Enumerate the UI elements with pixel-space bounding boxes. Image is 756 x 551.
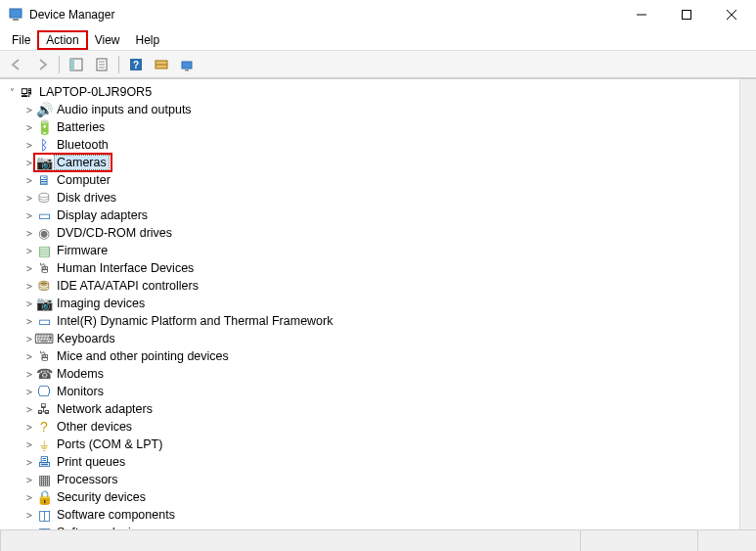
- svg-rect-3: [683, 11, 691, 20]
- tree-category[interactable]: >🖱Human Interface Devices: [0, 259, 739, 277]
- hid-icon: 🖱: [35, 260, 53, 276]
- tree-category[interactable]: >🔒Security devices: [0, 488, 739, 506]
- expand-icon[interactable]: >: [23, 140, 35, 151]
- tree-category[interactable]: >📷Imaging devices: [0, 295, 739, 312]
- vertical-scrollbar[interactable]: [739, 79, 756, 529]
- disp-icon: ▭: [35, 207, 53, 223]
- tree-category[interactable]: >🖱Mice and other pointing devices: [0, 347, 739, 365]
- menubar: File Action View Help: [0, 29, 756, 51]
- scan-hardware-button[interactable]: [151, 54, 172, 75]
- category-label: Software components: [55, 508, 177, 522]
- properties-button[interactable]: [91, 54, 112, 75]
- menu-view[interactable]: View: [87, 31, 128, 49]
- category-label: Display adapters: [55, 208, 150, 222]
- category-label: Print queues: [55, 455, 127, 469]
- svg-rect-1: [13, 19, 19, 21]
- device-tree[interactable]: ˅ 🖳 LAPTOP-0LJR9OR5 >🔊Audio inputs and o…: [0, 79, 739, 529]
- dvd-icon: ◉: [35, 225, 53, 241]
- tree-category[interactable]: >◉DVD/CD-ROM drives: [0, 224, 739, 242]
- expand-icon[interactable]: >: [23, 369, 35, 380]
- cam-icon: 📷: [35, 155, 53, 170]
- tree-category[interactable]: >⏚Ports (COM & LPT): [0, 436, 739, 453]
- close-button[interactable]: [709, 0, 754, 29]
- mon-icon: 🖵: [35, 384, 53, 399]
- speaker-icon: 🔊: [35, 102, 53, 117]
- category-label: Cameras: [55, 156, 109, 169]
- category-label: Monitors: [55, 385, 106, 398]
- status-pane-1: [0, 530, 580, 551]
- show-hide-console-tree-button[interactable]: [66, 54, 87, 75]
- tree-category[interactable]: >?Other devices: [0, 418, 739, 436]
- other-icon: ?: [35, 419, 53, 435]
- category-label: Audio inputs and outputs: [55, 103, 194, 116]
- help-button[interactable]: ?: [125, 54, 147, 75]
- toolbar: ?: [0, 51, 756, 78]
- tree-category[interactable]: >🖵Monitors: [0, 383, 739, 400]
- tree-category[interactable]: >▤Firmware: [0, 242, 739, 259]
- tree-category[interactable]: >🖶Print queues: [0, 453, 739, 471]
- collapse-icon[interactable]: ˅: [6, 87, 18, 98]
- tree-category[interactable]: >ᛒBluetooth: [0, 136, 739, 154]
- menu-help[interactable]: Help: [128, 31, 168, 49]
- mouse-icon: 🖱: [35, 348, 53, 364]
- expand-icon[interactable]: >: [23, 210, 35, 221]
- expand-icon[interactable]: >: [23, 510, 35, 521]
- tree-category[interactable]: >⌨Keyboards: [0, 330, 739, 347]
- cpu-icon: ▦: [35, 472, 53, 487]
- category-label: Security devices: [55, 490, 148, 504]
- expand-icon[interactable]: >: [23, 351, 35, 362]
- expand-icon[interactable]: >: [23, 475, 35, 485]
- tree-category[interactable]: >▭Intel(R) Dynamic Platform and Thermal …: [0, 312, 739, 330]
- svg-rect-16: [182, 62, 192, 69]
- expand-icon[interactable]: >: [23, 228, 35, 239]
- expand-icon[interactable]: >: [23, 439, 35, 450]
- tree-category[interactable]: >🖧Network adapters: [0, 400, 739, 418]
- forward-button[interactable]: [31, 54, 53, 75]
- expand-icon[interactable]: >: [23, 281, 35, 292]
- net-icon: 🖧: [35, 401, 53, 417]
- update-driver-button[interactable]: [176, 54, 198, 75]
- back-button[interactable]: [6, 54, 27, 75]
- expand-icon[interactable]: >: [23, 492, 35, 503]
- category-label: Modems: [55, 367, 106, 381]
- tree-category[interactable]: >📷Cameras: [0, 154, 739, 171]
- tree-category[interactable]: >☎Modems: [0, 365, 739, 383]
- tree-category[interactable]: >🖥Computer: [0, 171, 739, 189]
- expand-icon[interactable]: >: [23, 122, 35, 133]
- category-label: Other devices: [55, 420, 134, 434]
- maximize-button[interactable]: [664, 0, 709, 29]
- tree-category[interactable]: >◫Software components: [0, 506, 739, 524]
- minimize-button[interactable]: [619, 0, 664, 29]
- window-controls: [619, 0, 754, 29]
- expand-icon[interactable]: >: [23, 387, 35, 397]
- menu-action[interactable]: Action: [38, 31, 86, 49]
- expand-icon[interactable]: >: [23, 298, 35, 309]
- tree-category[interactable]: >▭Display adapters: [0, 207, 739, 224]
- tree-category[interactable]: >⛁Disk drives: [0, 189, 739, 207]
- tree-category[interactable]: >⛃IDE ATA/ATAPI controllers: [0, 277, 739, 295]
- category-label: Network adapters: [55, 402, 155, 416]
- modem-icon: ☎: [35, 366, 53, 382]
- expand-icon[interactable]: >: [23, 316, 35, 327]
- expand-icon[interactable]: >: [23, 175, 35, 186]
- expand-icon[interactable]: >: [23, 246, 35, 256]
- sec-icon: 🔒: [35, 489, 53, 505]
- category-label: Ports (COM & LPT): [55, 437, 164, 451]
- tree-category[interactable]: >🔊Audio inputs and outputs: [0, 101, 739, 118]
- tree-category[interactable]: >🔋Batteries: [0, 118, 739, 136]
- expand-icon[interactable]: >: [23, 422, 35, 433]
- category-label: Human Interface Devices: [55, 261, 196, 275]
- tree-root[interactable]: ˅ 🖳 LAPTOP-0LJR9OR5: [0, 83, 739, 101]
- expand-icon[interactable]: >: [23, 158, 35, 168]
- expand-icon[interactable]: >: [23, 457, 35, 468]
- tree-category[interactable]: >▦Processors: [0, 471, 739, 488]
- category-label: Imaging devices: [55, 297, 147, 310]
- category-label: Computer: [55, 173, 112, 187]
- expand-icon[interactable]: >: [23, 263, 35, 274]
- intel-icon: ▭: [35, 313, 53, 329]
- expand-icon[interactable]: >: [23, 404, 35, 415]
- expand-icon[interactable]: >: [23, 105, 35, 115]
- expand-icon[interactable]: >: [23, 193, 35, 204]
- ide-icon: ⛃: [35, 278, 53, 294]
- menu-file[interactable]: File: [4, 31, 38, 49]
